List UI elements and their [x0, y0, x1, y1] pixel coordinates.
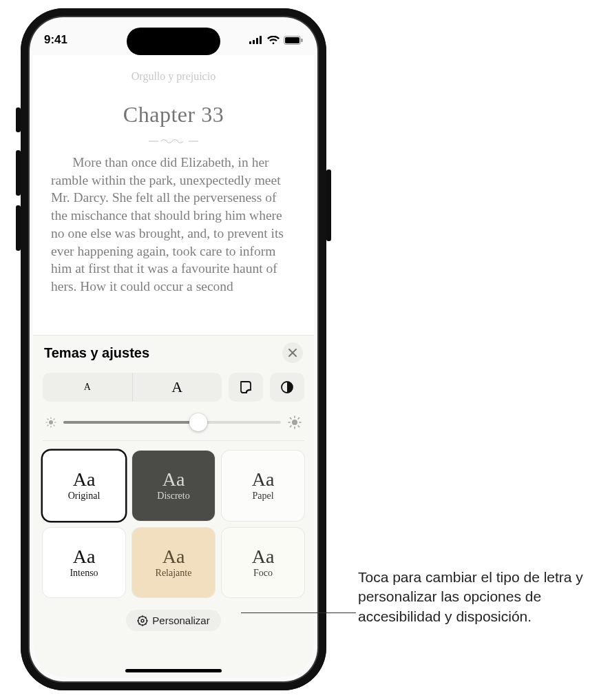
theme-label: Original	[68, 491, 101, 502]
brightness-row	[43, 410, 304, 441]
glyph-a-small: A	[84, 382, 91, 393]
cellular-icon	[249, 36, 263, 44]
personalize-label: Personalizar	[152, 615, 209, 626]
svg-rect-0	[249, 41, 251, 44]
theme-sample: Aa	[73, 470, 96, 489]
dynamic-island	[127, 28, 220, 55]
svg-point-8	[49, 420, 53, 424]
volume-up-button	[16, 150, 21, 196]
page-curl-icon	[238, 380, 253, 395]
contrast-icon	[280, 380, 295, 395]
brightness-low-icon	[45, 417, 56, 428]
silence-switch	[16, 107, 21, 132]
theme-label: Foco	[253, 568, 273, 579]
status-time: 9:41	[44, 33, 67, 47]
close-button[interactable]	[282, 342, 303, 363]
svg-rect-3	[260, 36, 262, 44]
close-icon	[288, 349, 297, 357]
paragraph-text: More than once did Elizabeth, in her ram…	[51, 155, 284, 294]
chapter-heading: Chapter 33	[33, 102, 314, 127]
svg-rect-1	[253, 40, 255, 44]
theme-label: Intenso	[70, 568, 98, 579]
page-curl-button[interactable]	[229, 373, 263, 402]
theme-sample: Aa	[252, 470, 275, 489]
glyph-a-big: A	[171, 378, 182, 396]
ornament-divider	[33, 137, 314, 145]
iphone-frame: 9:41 Orgullo y prejuicio Chapter 33 More…	[21, 8, 326, 690]
callout-line	[241, 612, 356, 613]
svg-rect-2	[256, 38, 258, 44]
battery-icon	[284, 36, 303, 45]
slider-fill	[63, 421, 198, 424]
volume-down-button	[16, 205, 21, 251]
theme-discreto[interactable]: Aa Discreto	[132, 451, 215, 521]
slider-thumb[interactable]	[189, 413, 207, 431]
theme-sample: Aa	[162, 547, 185, 566]
body-text: More than once did Elizabeth, in her ram…	[33, 154, 314, 296]
theme-label: Papel	[252, 491, 273, 502]
side-button	[326, 169, 331, 241]
book-title: Orgullo y prejuicio	[33, 70, 314, 83]
theme-relajante[interactable]: Aa Relajante	[132, 528, 215, 598]
font-size-increase-button[interactable]: A	[133, 373, 222, 402]
font-size-decrease-button[interactable]: A	[43, 373, 132, 402]
theme-foco[interactable]: Aa Foco	[222, 528, 304, 598]
svg-rect-5	[285, 37, 299, 43]
theme-label: Relajante	[156, 568, 192, 579]
theme-sample: Aa	[162, 470, 185, 489]
panel-title: Temas y ajustes	[44, 345, 149, 361]
wifi-icon	[267, 36, 280, 45]
gear-badge-icon	[137, 615, 148, 626]
brightness-high-icon	[288, 415, 302, 429]
screen: Orgullo y prejuicio Chapter 33 More than…	[33, 55, 314, 678]
personalize-button[interactable]: Personalizar	[126, 610, 220, 631]
theme-label: Discreto	[157, 491, 189, 502]
svg-rect-6	[302, 39, 303, 42]
theme-sample: Aa	[252, 547, 275, 566]
themes-settings-panel: Temas y ajustes A A	[33, 335, 314, 678]
font-size-segment: A A	[43, 373, 222, 402]
brightness-slider[interactable]	[63, 421, 281, 424]
theme-intenso[interactable]: Aa Intenso	[43, 528, 125, 598]
home-indicator[interactable]	[125, 669, 222, 672]
theme-sample: Aa	[73, 547, 96, 566]
theme-papel[interactable]: Aa Papel	[222, 451, 304, 521]
appearance-button[interactable]	[270, 373, 304, 402]
theme-original[interactable]: Aa Original	[43, 451, 125, 521]
themes-grid: Aa Original Aa Discreto Aa Papel Aa Inte…	[43, 451, 304, 597]
svg-point-9	[292, 420, 297, 425]
callout-text: Toca para cambiar el tipo de letra y per…	[358, 568, 592, 626]
svg-point-11	[141, 619, 144, 622]
